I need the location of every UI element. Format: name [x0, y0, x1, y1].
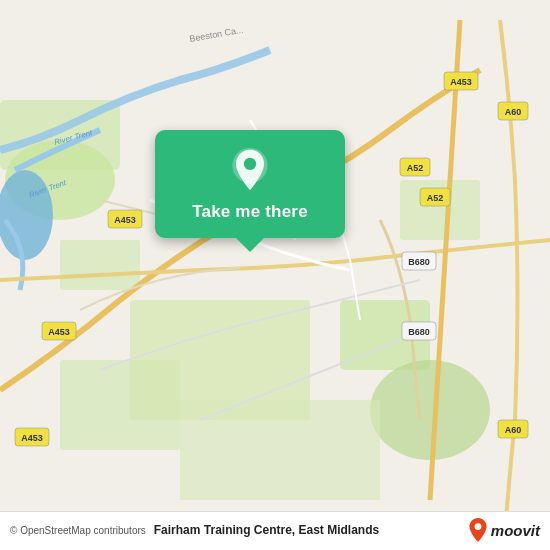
moovit-pin-icon [468, 518, 488, 542]
moovit-logo: moovit [468, 518, 540, 542]
moovit-text: moovit [491, 522, 540, 539]
svg-text:B680: B680 [408, 257, 430, 267]
bottom-bar: © OpenStreetMap contributors Fairham Tra… [0, 511, 550, 550]
svg-text:A453: A453 [48, 327, 70, 337]
svg-point-35 [244, 158, 256, 170]
take-me-there-label: Take me there [192, 202, 308, 222]
location-pin-icon [228, 148, 272, 192]
map-container: A453 A453 A453 A453 A60 A60 A52 A52 B680… [0, 0, 550, 550]
take-me-there-button[interactable]: Take me there [155, 130, 345, 238]
svg-text:A60: A60 [505, 107, 522, 117]
svg-rect-4 [60, 360, 180, 450]
svg-point-36 [474, 523, 481, 530]
svg-point-6 [370, 360, 490, 460]
map-attribution: © OpenStreetMap contributors [10, 525, 146, 536]
svg-text:A453: A453 [450, 77, 472, 87]
location-name: Fairham Training Centre, East Midlands [154, 523, 468, 537]
svg-text:A453: A453 [21, 433, 43, 443]
svg-text:A60: A60 [505, 425, 522, 435]
svg-text:A52: A52 [427, 193, 444, 203]
svg-text:A52: A52 [407, 163, 424, 173]
svg-text:B680: B680 [408, 327, 430, 337]
svg-rect-9 [60, 240, 140, 290]
svg-text:A453: A453 [114, 215, 136, 225]
